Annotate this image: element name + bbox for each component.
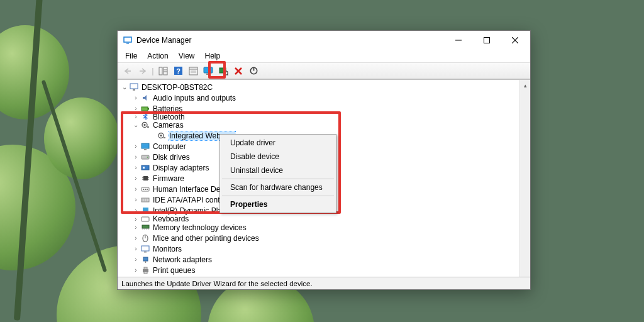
tree-item-keyboards[interactable]: Keyboards [118, 216, 519, 222]
menu-action[interactable]: Action [143, 50, 172, 62]
tree-label: Network adapters [153, 255, 212, 264]
tree-label: Computer [153, 142, 186, 151]
svg-rect-40 [142, 165, 149, 170]
chevron-right-icon[interactable] [131, 114, 140, 119]
chevron-right-icon[interactable] [131, 267, 140, 274]
chevron-right-icon[interactable] [131, 196, 140, 203]
tree-item-processors[interactable]: Processors [118, 275, 519, 277]
menu-file[interactable]: File [121, 50, 142, 62]
update-driver-button[interactable] [201, 64, 215, 78]
help-button[interactable]: ? [171, 64, 185, 78]
ctx-properties[interactable]: Properties [221, 197, 335, 211]
svg-rect-35 [164, 137, 165, 138]
tree-label: Processors [153, 277, 191, 277]
bg-leaf [44, 97, 119, 179]
tree-label: Batteries [153, 104, 182, 113]
svg-rect-56 [142, 217, 149, 221]
svg-rect-65 [144, 252, 147, 253]
ctx-disable-device[interactable]: Disable device [221, 150, 335, 164]
chevron-right-icon[interactable] [131, 207, 140, 214]
chevron-right-icon[interactable] [131, 235, 140, 242]
ctx-update-driver[interactable]: Update driver [221, 136, 335, 150]
back-button[interactable] [121, 64, 135, 78]
svg-rect-37 [144, 149, 147, 150]
disk-icon [140, 152, 150, 162]
scroll-up-icon[interactable]: ▴ [520, 80, 530, 91]
tree-item-mice[interactable]: Mice and other pointing devices [118, 233, 519, 243]
chevron-right-icon[interactable] [131, 164, 140, 171]
tree-label: Display adapters [153, 164, 209, 172]
svg-text:?: ? [176, 67, 180, 75]
uninstall-device-button[interactable] [231, 64, 245, 78]
menu-view[interactable]: View [174, 50, 199, 62]
svg-rect-36 [142, 143, 149, 148]
tree-item-memory-tech[interactable]: Memory technology devices [118, 222, 519, 233]
ctx-uninstall-device[interactable]: Uninstall device [221, 164, 335, 177]
network-icon [140, 255, 150, 265]
display-adapter-icon [140, 163, 150, 173]
close-button[interactable] [501, 31, 529, 50]
scan-hardware-button[interactable] [216, 64, 230, 78]
statusbar: Launches the Update Driver Wizard for th… [118, 277, 530, 289]
maximize-button[interactable] [472, 31, 501, 50]
mouse-icon [140, 233, 150, 243]
chevron-right-icon[interactable] [131, 216, 140, 222]
chevron-right-icon[interactable] [131, 105, 140, 112]
keyboard-icon [140, 216, 150, 222]
svg-rect-69 [144, 267, 147, 269]
tree-item-batteries[interactable]: Batteries [118, 103, 519, 114]
svg-rect-49 [145, 189, 146, 190]
chevron-right-icon[interactable] [131, 175, 140, 182]
chevron-right-icon[interactable] [131, 256, 140, 263]
chevron-right-icon[interactable] [131, 153, 140, 160]
svg-rect-66 [143, 257, 148, 261]
tree-root[interactable]: DESKTOP-0BST82C [118, 82, 519, 92]
svg-rect-20 [219, 68, 226, 73]
camera-icon [157, 131, 167, 141]
disable-device-button[interactable] [247, 64, 260, 78]
svg-rect-19 [206, 74, 210, 75]
menubar: File Action View Help [118, 50, 530, 62]
chevron-right-icon[interactable] [131, 224, 140, 231]
chevron-right-icon[interactable] [131, 186, 140, 192]
svg-rect-28 [142, 107, 148, 111]
tree-label: DESKTOP-0BST82C [142, 83, 213, 92]
tree-item-cameras[interactable]: Cameras [118, 119, 519, 130]
tree-item-audio[interactable]: Audio inputs and outputs [118, 92, 519, 103]
show-hide-tree-button[interactable] [156, 64, 170, 78]
chevron-right-icon[interactable] [131, 245, 140, 252]
svg-rect-9 [164, 67, 167, 75]
computer-icon [129, 82, 139, 92]
titlebar[interactable]: Device Manager [118, 31, 530, 50]
tree-label: Memory technology devices [153, 223, 247, 232]
tree-label: Human Interface De [153, 185, 220, 194]
chevron-down-icon[interactable] [120, 84, 129, 91]
context-menu: Update driver Disable device Uninstall d… [219, 134, 336, 213]
tree-label: Intel(R) Dynamic Pla [153, 206, 222, 215]
svg-rect-27 [133, 89, 135, 91]
window-title: Device Manager [136, 36, 191, 45]
forward-button[interactable] [136, 64, 150, 78]
svg-rect-29 [148, 108, 149, 109]
toolbar: | ? [118, 62, 530, 79]
chevron-down-icon[interactable] [131, 121, 140, 128]
tree-item-network-adapters[interactable]: Network adapters [118, 254, 519, 265]
chevron-right-icon[interactable] [131, 143, 140, 150]
properties-button[interactable] [186, 64, 200, 78]
cpu-icon [140, 276, 150, 277]
ctx-scan-hardware[interactable]: Scan for hardware changes [221, 180, 335, 194]
status-text: Launches the Update Driver Wizard for th… [121, 280, 313, 287]
minimize-button[interactable] [444, 31, 472, 50]
vertical-scrollbar[interactable]: ▴ [519, 80, 530, 277]
tree-label: Audio inputs and outputs [153, 94, 236, 103]
tree-label: Print queues [153, 266, 195, 275]
tree-item-bluetooth[interactable]: Bluetooth [118, 114, 519, 119]
svg-rect-8 [159, 67, 162, 75]
tree-item-print-queues[interactable]: Print queues [118, 265, 519, 275]
chevron-right-icon[interactable] [131, 94, 140, 101]
separator [222, 179, 334, 179]
tree-item-monitors[interactable]: Monitors [118, 243, 519, 254]
svg-rect-32 [147, 126, 149, 128]
menu-help[interactable]: Help [201, 50, 225, 62]
monitor-icon [140, 244, 150, 254]
